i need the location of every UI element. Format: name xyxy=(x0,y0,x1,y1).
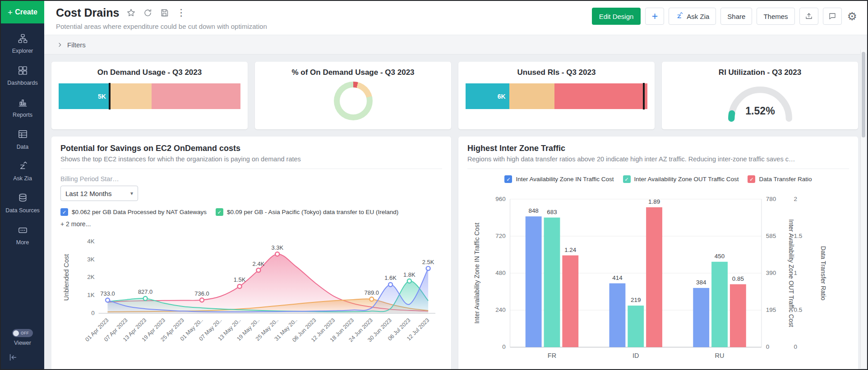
sidebar: + Create Explorer Dashboards Reports Dat… xyxy=(1,1,44,369)
sidebar-item-data-sources[interactable]: Data Sources xyxy=(1,187,44,219)
svg-text:585: 585 xyxy=(766,233,776,239)
sidebar-item-ask-zia[interactable]: Ask Zia xyxy=(1,155,44,187)
sidebar-item-label: Explorer xyxy=(12,48,33,54)
filters-label: Filters xyxy=(67,41,86,49)
svg-text:2: 2 xyxy=(794,196,797,202)
viewer-off-toggle[interactable]: OFF xyxy=(12,329,33,337)
ask-zia-label: Ask Zia xyxy=(687,13,709,20)
main-area: Cost Drains ⋮ Potential areas where expe… xyxy=(44,1,867,369)
legend-item[interactable]: ✓ $0.062 per GB Data Processed by NAT Ga… xyxy=(60,208,207,216)
grouped-bar-chart[interactable]: 0240480720960019539058578000.511.52Inter… xyxy=(467,186,849,369)
legend-checkbox-icon[interactable]: ✓ xyxy=(748,175,755,183)
svg-text:1.89: 1.89 xyxy=(648,198,660,205)
legend-checkbox-icon[interactable]: ✓ xyxy=(623,175,631,183)
star-icon xyxy=(126,8,136,18)
svg-text:3.3K: 3.3K xyxy=(271,244,283,251)
legend-item[interactable]: ✓ Inter Availability Zone IN Traffic Cos… xyxy=(504,175,614,183)
svg-text:733.0: 733.0 xyxy=(100,290,115,297)
scrollbar[interactable] xyxy=(860,50,866,368)
filters-bar[interactable]: Filters xyxy=(44,35,867,55)
svg-text:2.5K: 2.5K xyxy=(422,259,434,265)
legend-label: Inter Availability Zone IN Traffic Cost xyxy=(516,176,614,183)
svg-text:0: 0 xyxy=(91,310,94,316)
sidebar-item-explorer[interactable]: Explorer xyxy=(1,28,44,60)
plus-icon: + xyxy=(8,8,13,17)
svg-text:RU: RU xyxy=(715,352,725,359)
sidebar-nav: Explorer Dashboards Reports Data Ask Zia… xyxy=(1,23,44,251)
explorer-icon xyxy=(18,33,28,45)
themes-button[interactable]: Themes xyxy=(757,8,794,25)
svg-text:1.8K: 1.8K xyxy=(403,271,416,278)
chevron-down-icon: ▾ xyxy=(130,190,133,196)
svg-text:789.0: 789.0 xyxy=(365,289,379,296)
data-table-icon xyxy=(18,129,28,141)
settings-button[interactable]: ⚙ xyxy=(846,10,858,23)
svg-text:1.6K: 1.6K xyxy=(384,274,397,281)
kpi-card-on-demand-usage[interactable]: On Demand Usage - Q3 2023 5K xyxy=(51,62,248,129)
filter-field-label: Billing Period Star… xyxy=(60,175,442,183)
donut-chart[interactable] xyxy=(334,82,373,120)
sidebar-item-reports[interactable]: Reports xyxy=(1,92,44,124)
gauge-chart[interactable]: 1.52% xyxy=(720,79,800,124)
legend-checkbox-icon[interactable]: ✓ xyxy=(60,208,68,216)
panel-subtitle: Shows the top EC2 instances for which th… xyxy=(60,155,442,169)
chevron-right-icon xyxy=(57,42,63,48)
legend-checkbox-icon[interactable]: ✓ xyxy=(504,175,512,183)
toggle-knob-icon xyxy=(13,330,19,336)
favorite-button[interactable] xyxy=(126,8,136,18)
save-button[interactable] xyxy=(160,8,169,18)
svg-text:683: 683 xyxy=(547,209,557,215)
svg-text:780: 780 xyxy=(766,196,776,202)
legend-item[interactable]: ✓ Data Transfer Ratio xyxy=(748,175,812,183)
kpi-card-unused-ris[interactable]: Unused RIs - Q3 2023 6K xyxy=(458,62,655,129)
bar-segment xyxy=(509,83,555,109)
chart-legend: ✓ Inter Availability Zone IN Traffic Cos… xyxy=(467,175,849,183)
refresh-button[interactable] xyxy=(143,8,152,18)
sidebar-item-more[interactable]: More xyxy=(1,219,44,251)
plus-icon: + xyxy=(652,11,658,22)
kpi-card-pct-on-demand-usage[interactable]: % of On Demand Usage - Q3 2023 xyxy=(255,62,451,129)
filter-controls: Billing Period Star… Last 12 Months ▾ xyxy=(60,175,442,201)
svg-text:ID: ID xyxy=(633,352,639,359)
database-icon xyxy=(18,193,28,205)
comments-button[interactable] xyxy=(823,8,842,25)
svg-text:0.85: 0.85 xyxy=(732,275,744,282)
page-subtitle: Potential areas where expenditure could … xyxy=(56,23,267,30)
svg-text:1K: 1K xyxy=(87,292,94,298)
sidebar-item-data[interactable]: Data xyxy=(1,123,44,155)
billing-period-select[interactable]: Last 12 Months ▾ xyxy=(60,186,138,201)
collapse-arrow-icon xyxy=(8,357,18,364)
collapse-sidebar-button[interactable] xyxy=(1,348,18,369)
add-button[interactable]: + xyxy=(645,8,664,25)
svg-text:848: 848 xyxy=(528,207,538,214)
legend-more-link[interactable]: + 2 more... xyxy=(60,220,442,228)
header-left: Cost Drains ⋮ Potential areas where expe… xyxy=(56,6,267,30)
dashboards-icon xyxy=(18,65,28,77)
bar-segment xyxy=(152,83,240,109)
share-button[interactable]: Share xyxy=(720,8,752,25)
legend-checkbox-icon[interactable]: ✓ xyxy=(216,208,223,216)
ask-zia-button[interactable]: Ask Zia xyxy=(669,8,716,25)
export-button[interactable] xyxy=(799,8,818,25)
gear-icon: ⚙ xyxy=(847,10,857,23)
sidebar-item-label: Reports xyxy=(13,112,32,118)
legend-item[interactable]: ✓ $0.09 per GB - Asia Pacific (Tokyo) da… xyxy=(216,208,398,216)
svg-text:219: 219 xyxy=(631,297,641,303)
kpi-card-ri-utilization[interactable]: RI Utilization - Q3 2023 1.52% xyxy=(662,62,858,129)
sidebar-item-dashboards[interactable]: Dashboards xyxy=(1,60,44,92)
edit-design-button[interactable]: Edit Design xyxy=(592,8,641,25)
create-button[interactable]: + Create xyxy=(1,1,44,23)
sidebar-item-label: Data xyxy=(17,144,28,150)
panel-subtitle: Regions with high data transfer ratios a… xyxy=(467,155,849,169)
stacked-bar-chart[interactable]: 5K xyxy=(59,83,240,109)
scrollbar-thumb[interactable] xyxy=(862,52,865,137)
panel-ec2-savings: Potential for Savings on EC2 OnDemand co… xyxy=(51,137,451,369)
area-chart[interactable]: 01K2K3K4KUnblended Cost01 Apr 202307 Apr… xyxy=(60,230,442,349)
legend-item[interactable]: ✓ Inter Availability Zone OUT Traffic Co… xyxy=(623,175,739,183)
svg-text:390: 390 xyxy=(766,270,776,276)
app-window: + Create Explorer Dashboards Reports Dat… xyxy=(0,0,868,370)
svg-text:960: 960 xyxy=(495,196,505,202)
svg-text:736.0: 736.0 xyxy=(194,290,209,297)
more-options-button[interactable]: ⋮ xyxy=(176,8,186,18)
stacked-bar-chart[interactable]: 6K xyxy=(466,83,647,109)
